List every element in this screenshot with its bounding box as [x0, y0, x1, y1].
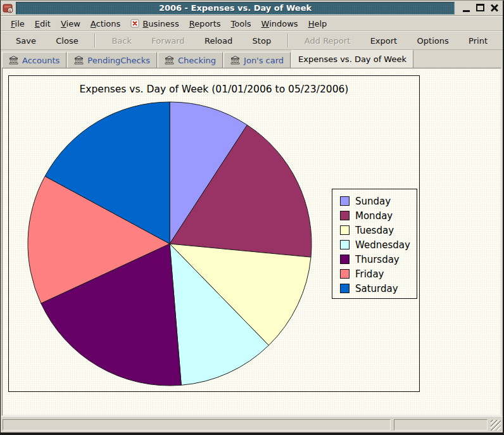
invoice-icon — [130, 19, 139, 28]
tab-jon-s-card[interactable]: Jon's card — [224, 52, 291, 68]
bank-icon — [74, 56, 84, 65]
report-view: Expenses vs. Day of Week (01/01/2006 to … — [2, 68, 501, 416]
bank-icon — [9, 56, 18, 65]
legend-label: Sunday — [355, 196, 391, 207]
toolbar-button-print[interactable]: Print — [465, 34, 491, 48]
menu-item-label: Actions — [91, 19, 121, 28]
legend-label: Tuesday — [355, 225, 394, 236]
menu-item-actions[interactable]: Actions — [85, 18, 126, 30]
legend-label: Wednesday — [355, 239, 410, 251]
svg-text:$: $ — [9, 8, 11, 13]
status-bar — [1, 416, 503, 432]
legend-swatch — [340, 240, 350, 249]
menu-item-business[interactable]: Business — [125, 18, 184, 30]
maximize-button[interactable] — [476, 3, 486, 13]
tab-expenses-vs-day-of-week[interactable]: Expenses vs. Day of Week — [291, 50, 413, 68]
tab-label: Jon's card — [244, 56, 284, 65]
window-title: 2006 - Expenses vs. Day of Week — [159, 4, 312, 12]
menu-item-label: File — [11, 19, 25, 28]
tab-label: Checking — [178, 56, 216, 65]
legend-swatch — [340, 269, 350, 279]
toolbar-button-add-report[interactable]: Add Report — [301, 34, 354, 48]
toolbar-button-save[interactable]: Save — [12, 34, 40, 48]
menu-item-label: Tools — [231, 19, 251, 28]
legend-item-friday: Friday — [340, 267, 417, 281]
toolbar-button-close[interactable]: Close — [52, 34, 82, 48]
toolbar-button-export[interactable]: Export — [367, 34, 401, 48]
legend-label: Saturday — [355, 283, 398, 294]
toolbar-button-reload[interactable]: Reload — [201, 34, 236, 48]
minimize-button[interactable] — [462, 3, 472, 13]
toolbar: SaveCloseBackForwardReloadStopAdd Report… — [1, 31, 503, 50]
toolbar-button-stop[interactable]: Stop — [249, 34, 275, 48]
tab-label: Expenses vs. Day of Week — [298, 54, 406, 64]
menu-item-label: Business — [142, 19, 179, 28]
toolbar-button-back[interactable]: Back — [108, 34, 135, 48]
gnucash-window: $ 2006 - Expenses vs. Day of Week FileEd… — [0, 0, 504, 435]
titlebar: $ 2006 - Expenses vs. Day of Week — [1, 1, 503, 16]
menu-item-file[interactable]: File — [6, 18, 30, 30]
menu-item-view[interactable]: View — [56, 18, 85, 30]
legend-swatch — [340, 255, 350, 264]
legend-label: Thursday — [355, 254, 400, 265]
app-icon[interactable]: $ — [2, 2, 15, 14]
legend-item-sunday: Sunday — [340, 194, 417, 208]
menu-item-label: Windows — [261, 19, 298, 28]
toolbar-button-forward[interactable]: Forward — [148, 34, 188, 48]
legend-label: Monday — [355, 210, 393, 222]
report-page: Expenses vs. Day of Week (01/01/2006 to … — [3, 69, 500, 415]
legend-item-saturday: Saturday — [340, 281, 417, 296]
status-secondary — [394, 419, 488, 431]
bank-icon — [230, 56, 240, 65]
resize-grip[interactable] — [491, 420, 501, 431]
legend-swatch — [340, 211, 350, 220]
chart-frame: Expenses vs. Day of Week (01/01/2006 to … — [8, 75, 420, 392]
legend-swatch — [340, 284, 350, 293]
tab-bar: AccountsPendingChecksCheckingJon's cardE… — [1, 50, 503, 68]
menu-item-label: Help — [308, 19, 327, 28]
menu-item-reports[interactable]: Reports — [184, 18, 226, 30]
menu-item-label: View — [61, 19, 80, 28]
toolbar-separator — [287, 34, 289, 47]
window-controls — [458, 3, 500, 13]
menu-item-edit[interactable]: Edit — [30, 18, 56, 30]
menu-item-label: Reports — [189, 19, 221, 28]
toolbar-separator — [94, 34, 96, 47]
legend-swatch — [340, 196, 350, 206]
status-message — [3, 419, 391, 431]
legend-swatch — [340, 225, 350, 235]
legend-item-wednesday: Wednesday — [340, 237, 417, 252]
tab-pendingchecks[interactable]: PendingChecks — [67, 52, 157, 68]
menu-item-tools[interactable]: Tools — [226, 18, 256, 30]
menu-item-help[interactable]: Help — [303, 18, 332, 30]
legend-label: Friday — [355, 268, 384, 280]
app-icon-glyph: $ — [3, 3, 14, 13]
toolbar-button-options[interactable]: Options — [413, 34, 453, 48]
menu-bar: FileEditViewActionsBusinessReportsToolsW… — [1, 16, 503, 31]
tab-label: PendingChecks — [87, 56, 150, 65]
menu-item-windows[interactable]: Windows — [256, 18, 303, 30]
legend-item-monday: Monday — [340, 208, 417, 223]
close-button[interactable] — [489, 3, 500, 13]
tab-accounts[interactable]: Accounts — [2, 52, 66, 68]
tab-checking[interactable]: Checking — [158, 52, 223, 68]
tab-label: Accounts — [22, 56, 60, 65]
menu-item-label: Edit — [35, 19, 51, 28]
bank-icon — [165, 56, 174, 65]
chart-legend: SundayMondayTuesdayWednesdayThursdayFrid… — [332, 189, 417, 299]
window-title-bar[interactable]: 2006 - Expenses vs. Day of Week — [16, 2, 455, 15]
legend-item-thursday: Thursday — [340, 252, 417, 267]
legend-item-tuesday: Tuesday — [340, 223, 417, 237]
